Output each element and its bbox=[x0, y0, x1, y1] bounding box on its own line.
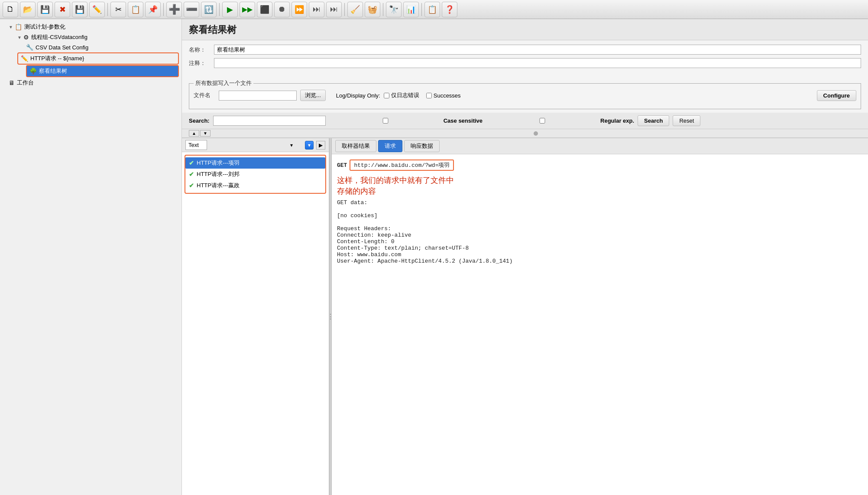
open-button[interactable]: 📂 bbox=[20, 2, 36, 17]
http-request-box: ✏️ HTTP请求 -- ${name} bbox=[17, 52, 179, 65]
log-display-label: Log/Display Only: bbox=[336, 92, 380, 99]
name-row: 名称： bbox=[189, 45, 861, 55]
result-item-0[interactable]: ✔ HTTP请求---项羽 bbox=[185, 157, 325, 169]
thread-group-label: 线程组-CSVdataconfig bbox=[31, 33, 87, 41]
comment-row: 注释： bbox=[189, 58, 861, 68]
arrow-icon: ▼ bbox=[9, 25, 13, 29]
comment-input[interactable] bbox=[214, 58, 861, 68]
test-plan-icon: 📋 bbox=[15, 23, 22, 30]
cut-button[interactable]: ✂ bbox=[110, 2, 126, 17]
tab-response-data[interactable]: 响应数据 bbox=[404, 140, 440, 152]
close-button[interactable]: ✖ bbox=[55, 2, 70, 17]
remote-run-button[interactable]: ⏩ bbox=[291, 2, 307, 17]
run-button[interactable]: ▶ bbox=[222, 2, 238, 17]
help-button[interactable]: ❓ bbox=[442, 2, 457, 17]
tab-sampler-results[interactable]: 取样器结果 bbox=[335, 140, 376, 152]
browse-button[interactable]: 浏览... bbox=[300, 90, 326, 101]
successes-checkbox[interactable] bbox=[426, 93, 432, 98]
new-button[interactable]: 🗋 bbox=[3, 2, 18, 17]
configure-button[interactable]: Configure bbox=[817, 90, 856, 101]
sidebar-item-http-request[interactable]: ✏️ HTTP请求 -- ${name} bbox=[18, 53, 178, 64]
case-sensitive-label[interactable]: Case sensitive bbox=[329, 117, 483, 124]
save2-button[interactable]: 💾 bbox=[72, 2, 87, 17]
stop-button[interactable]: ⬛ bbox=[257, 2, 272, 17]
csv-icon: 🔧 bbox=[26, 44, 33, 51]
host-line: Host: www.baidu.com bbox=[337, 251, 863, 258]
run-all-button[interactable]: ▶▶ bbox=[240, 2, 255, 17]
remove-button[interactable]: ➖ bbox=[184, 2, 199, 17]
scroll-right-btn[interactable]: ▶ bbox=[316, 141, 325, 150]
list-button[interactable]: 📋 bbox=[424, 2, 440, 17]
no-cookies-line: [no cookies] bbox=[337, 212, 863, 219]
regex-checkbox[interactable] bbox=[486, 118, 599, 124]
report-button[interactable]: 📊 bbox=[403, 2, 419, 17]
main-layout: ▼ 📋 测试计划-参数化 ▼ ⚙ 线程组-CSVdataconfig 🔧 CSV… bbox=[0, 19, 868, 495]
remote-stop1-button[interactable]: ⏭ bbox=[309, 2, 324, 17]
check-icon-0: ✔ bbox=[189, 160, 194, 166]
sep2 bbox=[163, 3, 164, 16]
search-button[interactable]: Search bbox=[638, 115, 669, 126]
get-data-line: GET data: bbox=[337, 199, 863, 206]
form-section: 名称： 注释： bbox=[182, 40, 868, 76]
successes-checkbox-label[interactable]: Successes bbox=[426, 92, 461, 99]
user-agent-line: User-Agent: Apache-HttpClient/4.5.2 (Jav… bbox=[337, 258, 863, 264]
sidebar-item-test-plan[interactable]: ▼ 📋 测试计划-参数化 bbox=[0, 22, 181, 32]
dropdown-arrow-button[interactable]: ▾ bbox=[305, 141, 314, 150]
result-label-0: HTTP请求---项羽 bbox=[197, 159, 240, 167]
file-output-fieldset: 所有数据写入一个文件 文件名 浏览... Log/Display Only: 仅… bbox=[189, 79, 861, 109]
add-button[interactable]: ➕ bbox=[166, 2, 182, 17]
filename-input[interactable] bbox=[219, 91, 297, 101]
content-area: 察看结果树 名称： 注释： 所有数据写入一个文件 文件名 浏览... Log/D… bbox=[182, 19, 868, 495]
edit-button[interactable]: ✏️ bbox=[89, 2, 105, 17]
view-results-icon: 🌳 bbox=[29, 68, 37, 75]
save-button[interactable]: 💾 bbox=[37, 2, 53, 17]
sep6 bbox=[421, 3, 422, 16]
thread-arrow-icon: ▼ bbox=[17, 35, 22, 40]
fieldset-legend: 所有数据写入一个文件 bbox=[194, 79, 253, 87]
sep4 bbox=[344, 3, 345, 16]
sep3 bbox=[219, 3, 220, 16]
left-pane: Text HTML JSON XML ▾ ▶ ✔ HTTP请求- bbox=[182, 138, 329, 495]
stop2-button[interactable]: ⏺ bbox=[274, 2, 290, 17]
split-pane: Text HTML JSON XML ▾ ▶ ✔ HTTP请求- bbox=[182, 138, 868, 495]
sidebar-item-workbench[interactable]: 🖥 工作台 bbox=[0, 78, 181, 88]
clear-button[interactable]: 🔃 bbox=[201, 2, 217, 17]
sidebar-item-view-results[interactable]: 🌳 察看结果树 bbox=[27, 66, 178, 76]
search-input[interactable] bbox=[213, 116, 326, 126]
http-request-label: HTTP请求 -- ${name} bbox=[30, 55, 84, 62]
view-type-dropdown[interactable]: Text HTML JSON XML bbox=[185, 140, 207, 150]
errors-only-checkbox[interactable] bbox=[384, 93, 389, 98]
clean2-button[interactable]: 🧺 bbox=[365, 2, 380, 17]
annotation-text: 这样，我们的请求中就有了文件中存储的内容 bbox=[337, 175, 863, 197]
result-item-2[interactable]: ✔ HTTP请求---嬴政 bbox=[185, 180, 325, 191]
csv-config-label: CSV Data Set Config bbox=[36, 44, 88, 51]
errors-only-checkbox-label[interactable]: 仅日志错误 bbox=[384, 91, 419, 99]
sidebar-item-thread-group[interactable]: ▼ ⚙ 线程组-CSVdataconfig bbox=[0, 32, 181, 42]
scroll-up-btn[interactable]: ▲ bbox=[189, 130, 199, 137]
right-pane: 取样器结果 请求 响应数据 GET http://www.baidu.com/?… bbox=[332, 138, 868, 495]
clean1-button[interactable]: 🧹 bbox=[347, 2, 363, 17]
result-label-1: HTTP请求---刘邦 bbox=[197, 170, 240, 178]
reset-button[interactable]: Reset bbox=[673, 115, 700, 126]
workbench-icon: 🖥 bbox=[9, 79, 15, 86]
paste-button[interactable]: 📌 bbox=[145, 2, 161, 17]
tab-request[interactable]: 请求 bbox=[378, 140, 402, 152]
thread-group-icon: ⚙ bbox=[23, 34, 29, 41]
result-item-1[interactable]: ✔ HTTP请求---刘邦 bbox=[185, 169, 325, 180]
get-line: GET http://www.baidu.com/?wd=项羽 bbox=[337, 160, 863, 171]
case-sensitive-checkbox[interactable] bbox=[329, 118, 442, 124]
regex-label[interactable]: Regular exp. bbox=[486, 117, 634, 124]
panel-header: 察看结果树 bbox=[182, 19, 868, 40]
remote-stop2-button[interactable]: ⏭ bbox=[326, 2, 342, 17]
name-input[interactable] bbox=[214, 45, 861, 55]
sidebar: ▼ 📋 测试计划-参数化 ▼ ⚙ 线程组-CSVdataconfig 🔧 CSV… bbox=[0, 19, 182, 495]
content-type-line: Content-Type: text/plain; charset=UTF-8 bbox=[337, 245, 863, 251]
filename-row: 文件名 浏览... Log/Display Only: 仅日志错误 Succes… bbox=[194, 90, 856, 101]
sidebar-item-csv-config[interactable]: 🔧 CSV Data Set Config bbox=[0, 42, 181, 52]
scroll-down-btn[interactable]: ▼ bbox=[200, 130, 211, 137]
left-pane-header: Text HTML JSON XML ▾ ▶ bbox=[182, 138, 329, 152]
results-box: ✔ HTTP请求---项羽 ✔ HTTP请求---刘邦 ✔ HTTP请求---嬴… bbox=[185, 155, 326, 194]
scroll-row: ▲ ▼ bbox=[182, 129, 868, 138]
binoculars-button[interactable]: 🔭 bbox=[386, 2, 402, 17]
copy-button[interactable]: 📋 bbox=[128, 2, 143, 17]
